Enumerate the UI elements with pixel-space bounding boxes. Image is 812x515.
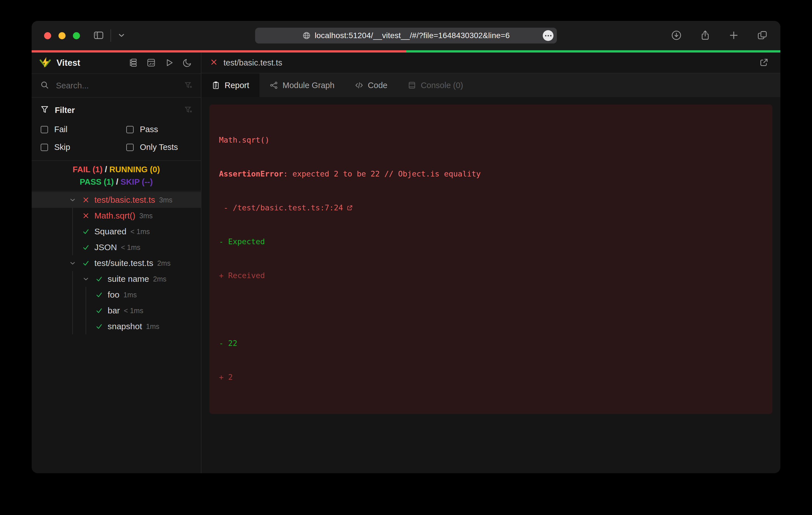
play-icon [165, 58, 174, 68]
download-icon [671, 30, 682, 42]
report-view: Math.sqrt() AssertionError: expected 2 t… [201, 97, 780, 473]
clear-search-filter-icon[interactable] [184, 81, 193, 90]
group-tests-button[interactable] [127, 57, 139, 69]
tab-report[interactable]: Report [201, 73, 259, 97]
new-tab-button[interactable] [728, 30, 739, 41]
test-progress-bar [32, 50, 780, 53]
tree-row-squared[interactable]: Squared < 1ms [32, 223, 201, 239]
diff-expected-label: - Expected [219, 236, 763, 247]
external-link-icon [759, 57, 769, 68]
duration-badge: < 1ms [130, 228, 150, 236]
diff-blank-line [219, 304, 763, 315]
duration-badge: < 1ms [121, 243, 140, 251]
search-icon [40, 81, 49, 91]
chevron-down-icon[interactable] [69, 196, 77, 204]
filter-checkbox-fail[interactable]: Fail [41, 125, 126, 134]
fail-x-icon [82, 196, 90, 204]
open-file-header: test/basic.test.ts [201, 53, 780, 73]
chevron-down-icon[interactable] [69, 260, 77, 267]
tree-row-suite-test-file[interactable]: test/suite.test.ts 2ms [32, 255, 201, 271]
duration-badge: 3ms [139, 212, 152, 220]
dashboard-button[interactable] [145, 57, 157, 69]
tab-console[interactable]: Console (0) [398, 73, 473, 97]
tree-row-foo[interactable]: foo 1ms [32, 287, 201, 303]
filter-title: Filter [55, 105, 75, 115]
search-input[interactable] [56, 81, 184, 90]
minimize-window-button[interactable] [58, 32, 65, 39]
clear-filters-icon[interactable] [184, 105, 193, 115]
address-bar[interactable]: localhost:51204/__vitest__/#/?file=16484… [255, 28, 557, 43]
duration-badge: 3ms [159, 196, 172, 204]
checkbox-icon [126, 126, 134, 133]
tree-row-snapshot[interactable]: snapshot 1ms [32, 319, 201, 334]
failed-test-name: Math.sqrt() [219, 134, 763, 146]
filter-checkbox-only-tests[interactable]: Only Tests [126, 143, 193, 152]
share-icon [700, 30, 711, 42]
tree-row-math-sqrt[interactable]: Math.sqrt() 3ms [32, 208, 201, 223]
page-menu-button[interactable] [543, 30, 553, 41]
pass-check-icon [82, 260, 90, 267]
diff-expected-value: - 22 [219, 338, 763, 349]
pass-check-icon [82, 228, 90, 235]
code-icon [355, 81, 363, 90]
progress-fail [32, 50, 406, 53]
tab-module-graph[interactable]: Module Graph [259, 73, 345, 97]
filter-checkbox-pass[interactable]: Pass [126, 125, 193, 134]
checkbox-icon [126, 144, 134, 151]
filter-section: Filter Fail Pass [32, 98, 201, 160]
tree-row-suite-name[interactable]: suite name 2ms [32, 271, 201, 287]
pass-check-icon [95, 291, 103, 298]
tree-row-basic-test-file[interactable]: test/basic.test.ts 3ms [32, 192, 201, 208]
sidebar-toggle-button[interactable] [93, 30, 104, 42]
console-icon [408, 81, 416, 90]
diff-received-label: + Received [219, 270, 763, 281]
zoom-window-button[interactable] [73, 32, 80, 39]
sidebar-toggle-icon [93, 30, 104, 42]
diff-received-value: + 2 [219, 371, 763, 383]
tab-code[interactable]: Code [345, 73, 398, 97]
summary-line-2: PASS (1) / SKIP (--) [32, 176, 201, 188]
open-file-name: test/basic.test.ts [224, 58, 282, 67]
tab-overview-icon [757, 30, 768, 42]
chevron-down-icon[interactable] [82, 275, 90, 283]
filter-checkbox-skip[interactable]: Skip [41, 143, 126, 152]
checkbox-icon [41, 126, 48, 133]
tree-row-bar[interactable]: bar < 1ms [32, 303, 201, 319]
toolbar-divider [111, 29, 111, 42]
pass-check-icon [95, 307, 103, 314]
progress-pass [406, 50, 780, 53]
vitest-logo-icon [39, 56, 51, 70]
tree-row-json[interactable]: JSON < 1ms [32, 239, 201, 255]
tab-overview-button[interactable] [757, 30, 768, 42]
sidebar: Vitest [32, 53, 201, 473]
tab-group-chevron-button[interactable] [117, 31, 126, 40]
skip-count: SKIP (--) [121, 177, 153, 186]
module-graph-icon [269, 81, 278, 90]
test-tree: test/basic.test.ts 3ms Math.sqrt() 3ms S… [32, 191, 201, 473]
downloads-button[interactable] [671, 30, 682, 42]
running-count: RUNNING (0) [109, 165, 160, 174]
duration-badge: 1ms [123, 291, 137, 299]
pass-check-icon [82, 244, 90, 251]
open-in-editor-button[interactable] [758, 57, 770, 69]
summary-line-1: FAIL (1) / RUNNING (0) [32, 163, 201, 176]
close-window-button[interactable] [44, 32, 51, 39]
stack-frame-link[interactable]: - /test/basic.test.ts:7:24 [219, 202, 763, 213]
pass-check-icon [95, 275, 103, 283]
dashboard-icon [146, 58, 156, 68]
traffic-lights [44, 32, 80, 39]
duration-badge: < 1ms [124, 307, 143, 315]
assertion-error-line: AssertionError: expected 2 to be 22 // O… [219, 168, 763, 180]
duration-badge: 2ms [153, 275, 166, 283]
test-summary: FAIL (1) / RUNNING (0) PASS (1) / SKIP (… [32, 160, 201, 191]
report-icon [212, 81, 220, 90]
share-button[interactable] [700, 30, 711, 42]
view-tabs: Report Module Graph Code [201, 73, 780, 97]
run-all-button[interactable] [163, 57, 175, 69]
chevron-down-icon [117, 31, 126, 40]
search-bar [32, 73, 201, 98]
plus-icon [728, 30, 739, 41]
sidebar-header: Vitest [32, 53, 201, 73]
tree-view-icon [128, 58, 138, 68]
dark-mode-toggle-button[interactable] [181, 57, 194, 69]
